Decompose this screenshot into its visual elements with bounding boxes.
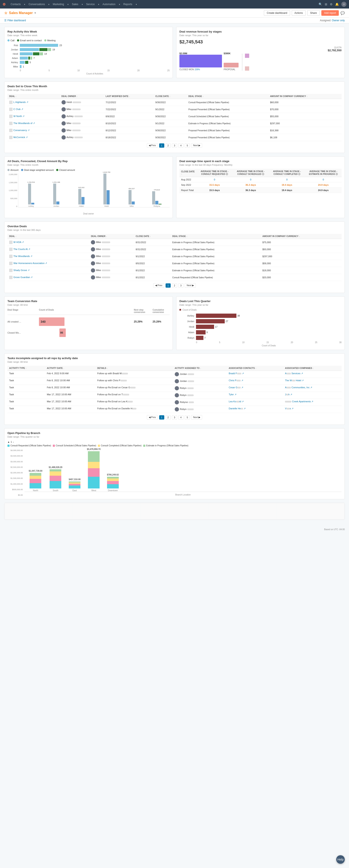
page-header: ☆ Sales Manager ▾ Create dashboard Actio… [0, 8, 349, 18]
task-col-type[interactable]: ACTIVITY TYPE ↕ [7, 366, 45, 371]
nav-conversations[interactable]: Conversations [29, 3, 45, 6]
call-legend-label: Call [10, 39, 14, 42]
bar-call-ashley [20, 61, 25, 64]
bar-row-heidi: Heidi 14 [7, 52, 170, 55]
prev-btn[interactable]: ◀ Prev [147, 143, 158, 148]
overdue-col-close[interactable]: CLOSE DATE ↕ [134, 234, 171, 239]
filter-dashboard-link[interactable]: ☰ Filter dashboard [4, 19, 26, 22]
overdue-page-1[interactable]: 1 [166, 283, 171, 288]
col-deal-stage[interactable]: DEAL STAGE ↕ [186, 94, 268, 99]
lost-row-ashley: Ashley 38 [179, 314, 342, 318]
col-deal-owner[interactable]: DEAL OWNER ↕ [60, 94, 104, 99]
pipeline-chart-area: $1,047,739.00 North $1,488,028.29 [25, 449, 342, 496]
avg-col-1[interactable]: AVERAGE TIME IN STAGE - CONSULT REQUESTE… [197, 169, 233, 177]
tasks-page-4[interactable]: 4 [178, 415, 183, 420]
overdue-next-btn[interactable]: Next ▶ [185, 283, 196, 288]
apps-icon[interactable]: ⊞ [325, 3, 327, 6]
page-3-btn[interactable]: 3 [172, 144, 177, 148]
bar-call-mike [20, 65, 22, 68]
nav-service[interactable]: Service [86, 3, 95, 6]
bar-email-ashley [25, 61, 28, 64]
bar-row-adam: Adam 7 [7, 57, 170, 60]
task-col-date[interactable]: ACTIVITY DATE ↓ [45, 366, 95, 371]
overdue-page-3[interactable]: 3 [178, 283, 183, 288]
deal-revenue-title: Deal revenue forecast by stages [179, 30, 342, 33]
task-col-companies[interactable]: ASSOCIATED COMPANIES ↕ [283, 366, 342, 371]
stage-all-cum-pct: 25.29% [152, 320, 170, 323]
stage-closed-count: 86 [60, 331, 63, 334]
tasks-table: ACTIVITY TYPE ↕ ACTIVITY DATE ↓ DETAILS … [7, 366, 342, 413]
proposal-label: PROPOSAL [224, 68, 235, 71]
nav-reports[interactable]: Reports [123, 3, 133, 6]
tasks-page-2[interactable]: 2 [166, 415, 171, 420]
overdue-col-deal[interactable]: DEAL ↕ [7, 234, 89, 239]
tasks-next-btn[interactable]: Next ▶ [191, 415, 202, 420]
nav-marketing[interactable]: Marketing [53, 3, 64, 6]
avg-col-2[interactable]: AVERAGE TIME IN STAGE - CONSULT SCHEDULE… [233, 169, 269, 177]
page-2-btn[interactable]: 2 [166, 144, 171, 148]
comment-icon[interactable]: 💬 [341, 11, 345, 15]
assigned-text: Assigned: [320, 19, 331, 22]
task-col-contacts[interactable]: ASSOCIATED CONTACTS ↕ [227, 366, 284, 371]
tasks-prev-btn[interactable]: ◀ Prev [147, 415, 158, 420]
col-deal[interactable]: DEAL ↕ [7, 94, 60, 99]
tasks-page-5[interactable]: 5 [185, 415, 190, 420]
tasks-page-1[interactable]: 1 [159, 415, 164, 420]
bar-row-rob: Rob 23 [7, 44, 170, 47]
actions-btn[interactable]: Actions [292, 10, 306, 16]
quota-bar-bottom [245, 66, 249, 71]
task-row: Task Feb 8, 2022 10:00 AM Follow-up Re:E… [7, 385, 342, 392]
avg-col-3[interactable]: AVERAGE TIME IN STAGE - CONSULT COMPLETE… [269, 169, 305, 177]
col-last-modified[interactable]: LAST MODIFIED DATE ↓ [104, 94, 153, 99]
page-5-btn[interactable]: 5 [185, 144, 190, 148]
avg-col-date[interactable]: CLOSE DATE ↕ [179, 169, 197, 177]
tasks-page-3[interactable]: 3 [172, 415, 177, 420]
settings-icon[interactable]: ⚙ [330, 3, 332, 6]
create-dashboard-btn[interactable]: Create dashboard [264, 10, 290, 16]
table-row: The Woodlands ↗ Mike 9/1/2022 Estimate i… [7, 253, 342, 260]
bar-meeting-adam [30, 57, 32, 60]
lost-row-jordan: Jordan 27 [179, 319, 342, 323]
col-close-date[interactable]: CLOSE DATE ↕ [154, 94, 187, 99]
task-col-assigned[interactable]: ACTIVITY ASSIGNED TO ↕ [173, 366, 227, 371]
deals-lost-x-label: Count of Deals [179, 344, 342, 347]
table-row: C Club ↗ Mike 7/22/2022 9/1/2022 Proposa… [7, 106, 342, 113]
nav-automation[interactable]: Automation [103, 3, 116, 6]
rep-activity-legend: Call Email sent to contact Meeting [7, 39, 170, 42]
overdue-col-stage[interactable]: DEAL STAGE ↕ [171, 234, 261, 239]
bar-meeting-heidi [40, 52, 43, 55]
next-btn[interactable]: Next ▶ [191, 143, 202, 148]
quota-value: $2,792,550 [328, 49, 342, 52]
overdue-col-owner[interactable]: DEAL OWNER ↕ [89, 234, 134, 239]
chevron-down-icon[interactable]: ▾ [34, 11, 36, 14]
task-row: Task Feb 8, 2022 10:00 AM Follow up with… [7, 378, 342, 385]
task-row: Task Feb 4, 2022 8:00 AM Follow up with … [7, 371, 342, 378]
notifications-icon[interactable]: 🔔 [335, 3, 339, 6]
nav-sales[interactable]: Sales [72, 3, 78, 6]
user-avatar[interactable]: U [341, 2, 346, 7]
deals-close-subtitle: Date range: This entire month [7, 89, 342, 91]
task-row: Task Mar 17, 2022 10:00 AM Follow-up Re:… [7, 406, 342, 413]
overdue-subtitle: Date range: In the last 365 days [7, 229, 342, 231]
rep-activity-chart: Rob 23 Jordan 19 Heidi [7, 44, 170, 68]
all-deals-subtitle: Date range: This entire month [7, 164, 170, 166]
page-1-btn[interactable]: 1 [159, 144, 164, 148]
page-4-btn[interactable]: 4 [178, 144, 183, 148]
avg-col-4[interactable]: AVERAGE TIME IN STAGE - ESTIMATE IN PROG… [305, 169, 342, 177]
share-btn[interactable]: Share [307, 10, 320, 16]
overdue-page-2[interactable]: 2 [172, 283, 177, 288]
col-amount[interactable]: AMOUNT IN COMPANY CURRENCY ↕ [268, 94, 342, 99]
stage-all-count: 340 [41, 320, 46, 323]
team-conversion-card: Team Conversion Rate Date range: All tim… [4, 297, 173, 350]
avg-row-sep: Sep 2022 15.5 days 36.3 days 19.4 days 2… [179, 182, 342, 188]
add-report-btn[interactable]: Add report [321, 10, 339, 16]
assigned-label: Assigned: Owner only [320, 19, 345, 22]
overdue-col-amount[interactable]: AMOUNT IN COMPANY CURRENCY ↕ [261, 234, 342, 239]
overdue-prev-btn[interactable]: ◀ Prev [153, 283, 164, 288]
owner-only-link[interactable]: Owner only [332, 19, 345, 22]
nav-contacts[interactable]: Contacts [11, 3, 21, 6]
task-col-details[interactable]: DETAILS ↕ [95, 366, 173, 371]
search-icon[interactable]: 🔍 [319, 3, 322, 6]
bar-meeting-jordan [48, 48, 51, 51]
lost-row-adam: Adam 9 [179, 330, 342, 335]
